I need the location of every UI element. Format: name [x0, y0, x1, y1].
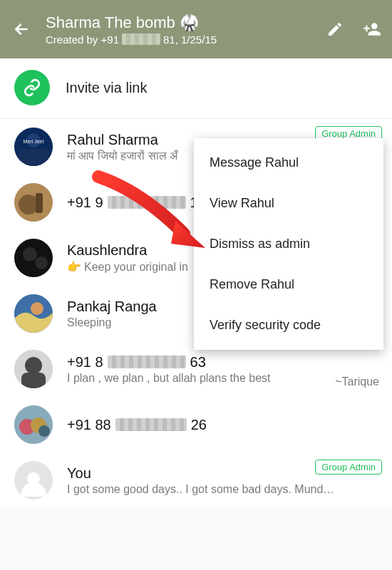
participant-phone-prefix: +91 9 [67, 195, 103, 211]
pointing-right-icon: 👉 [67, 260, 81, 274]
menu-message[interactable]: Message Rahul [194, 142, 383, 183]
participant-phone-prefix: +91 8 [67, 354, 103, 370]
menu-verify-security[interactable]: Verify security code [194, 305, 383, 346]
participant-row[interactable]: +91 88 26 [0, 397, 392, 452]
menu-view[interactable]: View Rahul [194, 183, 383, 224]
participant-status: I plan , we plan , but allah plans the b… [67, 372, 381, 385]
pencil-icon [326, 21, 344, 38]
edit-button[interactable] [325, 19, 345, 39]
participant-phone-suffix: 63 [190, 354, 206, 370]
menu-dismiss-admin[interactable]: Dismiss as admin [194, 224, 383, 264]
avatar [14, 294, 53, 333]
participant-row-self[interactable]: You I got some good days.. I got some ba… [0, 452, 392, 508]
redacted-number [115, 418, 187, 431]
svg-text:Meri Jeet: Meri Jeet [24, 139, 44, 144]
invite-via-link-row[interactable]: Invite via link [0, 58, 392, 119]
add-participant-button[interactable] [362, 19, 382, 39]
redacted-number [122, 33, 160, 45]
participant-name: You [67, 465, 91, 482]
arrow-left-icon [12, 20, 31, 38]
redacted-number [108, 196, 186, 209]
avatar [14, 183, 53, 222]
group-info-header: Sharma The bomb 🥋 Created by +91 81, 1/2… [0, 0, 392, 58]
add-person-icon [363, 20, 381, 38]
svg-point-5 [19, 195, 38, 214]
participant-name: Rahul Sharma [67, 132, 158, 148]
avatar [14, 405, 53, 444]
invite-via-link-label: Invite via link [66, 80, 148, 96]
redacted-number [108, 356, 186, 368]
avatar-placeholder [14, 461, 53, 499]
invite-link-avatar [14, 70, 50, 105]
group-title-emoji: 🥋 [180, 14, 199, 32]
avatar [14, 239, 53, 277]
participant-status: I got some good days.. I got some bad da… [67, 483, 381, 496]
participant-phone-prefix: +91 88 [67, 417, 111, 433]
svg-rect-14 [21, 373, 46, 388]
back-button[interactable] [10, 18, 33, 41]
participant-alias: ~Tarique [335, 375, 379, 388]
avatar: Meri Jeet [14, 128, 53, 166]
header-actions [325, 19, 382, 39]
created-by-suffix: 81, 1/25/15 [163, 33, 217, 46]
participant-phone-suffix: 26 [191, 417, 207, 433]
participant-context-menu: Message Rahul View Rahul Dismiss as admi… [194, 138, 383, 350]
svg-point-8 [23, 247, 37, 261]
participant-name: Kaushlendra [67, 242, 147, 259]
svg-rect-6 [36, 193, 43, 213]
svg-point-13 [25, 357, 42, 374]
link-icon [23, 78, 41, 97]
group-admin-badge: Group Admin [315, 460, 382, 475]
participant-status: Keep your original in [84, 261, 188, 274]
group-title: Sharma The bomb [46, 14, 175, 32]
header-title-block: Sharma The bomb 🥋 Created by +91 81, 1/2… [46, 14, 325, 46]
menu-remove[interactable]: Remove Rahul [194, 264, 383, 305]
svg-point-18 [38, 425, 50, 437]
participant-name: Pankaj Ranga [67, 299, 157, 315]
avatar [14, 350, 53, 388]
created-by-prefix: Created by +91 [46, 33, 119, 46]
svg-rect-2 [19, 149, 48, 166]
svg-point-9 [35, 256, 48, 269]
svg-point-11 [31, 302, 43, 315]
